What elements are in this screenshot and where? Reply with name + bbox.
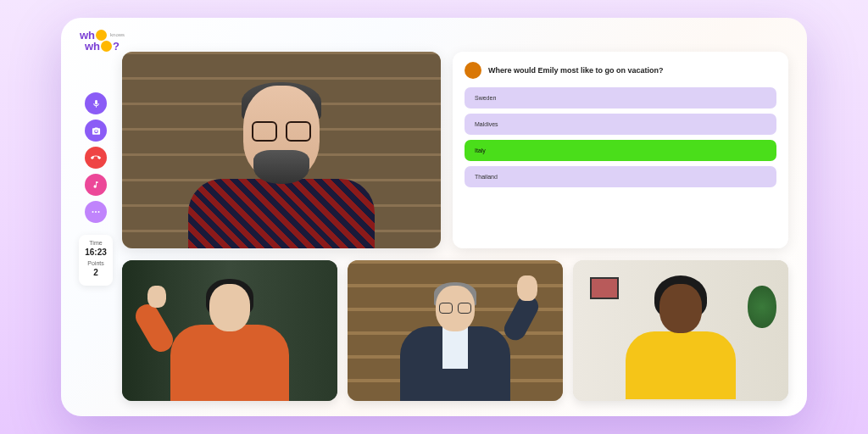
svg-point-3 (98, 211, 100, 213)
quiz-panel: Where would Emily most like to go on vac… (453, 52, 788, 248)
time-label: Time (82, 240, 109, 246)
app-window: whknows wh? Time 16:23 Points 2 (61, 18, 807, 416)
svg-point-0 (95, 130, 97, 132)
main-video[interactable] (122, 52, 441, 248)
emoji-icon (96, 30, 107, 41)
participant-video[interactable] (348, 260, 563, 401)
stats-panel: Time 16:23 Points 2 (79, 235, 113, 286)
participant-video[interactable] (573, 260, 788, 401)
sidebar: Time 16:23 Points 2 (80, 92, 112, 286)
svg-point-2 (95, 211, 97, 213)
mic-button[interactable] (85, 92, 107, 114)
music-button[interactable] (85, 174, 107, 196)
time-value: 16:23 (82, 248, 109, 257)
emoji-icon (101, 41, 112, 52)
points-label: Points (82, 260, 109, 266)
question-avatar (465, 62, 481, 79)
more-button[interactable] (85, 201, 107, 223)
participant-video[interactable] (122, 260, 337, 401)
quiz-option-selected[interactable]: Italy (465, 140, 776, 161)
question-text: Where would Emily most like to go on vac… (488, 66, 664, 75)
logo-suffix: ? (113, 42, 120, 52)
quiz-option[interactable]: Thailand (465, 166, 776, 187)
logo-knows: knows (110, 33, 125, 37)
quiz-option[interactable]: Sweden (465, 87, 776, 108)
app-logo: whknows wh? (80, 30, 125, 52)
content-area: Where would Emily most like to go on vac… (122, 52, 788, 401)
hangup-button[interactable] (85, 147, 107, 169)
quiz-option[interactable]: Maldives (465, 114, 776, 135)
svg-point-1 (92, 211, 94, 213)
camera-button[interactable] (85, 120, 107, 142)
points-value: 2 (82, 268, 109, 277)
logo-text-2: wh (85, 42, 100, 52)
logo-text-1: wh (80, 31, 95, 41)
